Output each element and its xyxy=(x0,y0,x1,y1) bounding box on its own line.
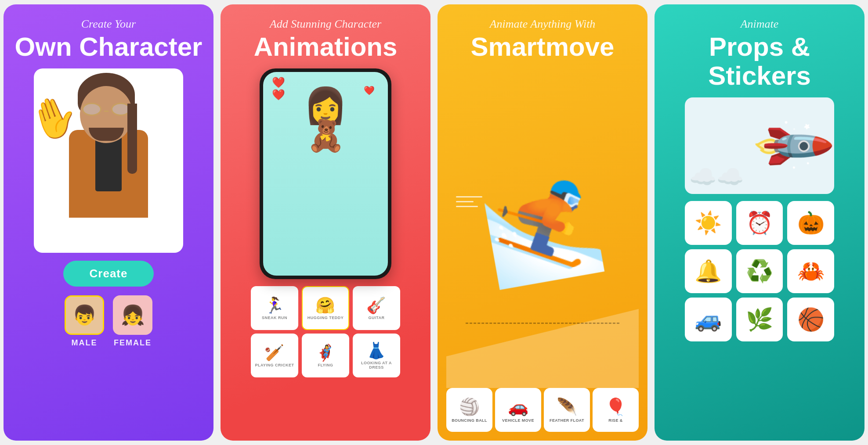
gender-selector: 👦 MALE 👧 FEMALE xyxy=(65,295,152,348)
gender-male-item[interactable]: 👦 MALE xyxy=(65,295,104,348)
sticker-icon-car: 🚙 xyxy=(694,307,722,332)
card4-subtitle: Animate xyxy=(741,18,779,31)
anim-cell-flying[interactable]: 🦸‍♀️ FLYING xyxy=(302,334,349,377)
gender-female-item[interactable]: 👧 FEMALE xyxy=(113,295,152,348)
male-label: MALE xyxy=(72,338,98,348)
card3-title: Smartmove xyxy=(471,32,615,61)
anim-cell-hugging-teddy[interactable]: 🤗 HUGGING TEDDY xyxy=(302,286,349,330)
prop-icon-feather-float: 🪶 xyxy=(557,397,577,416)
anim-cell-dress[interactable]: 👗 LOOKING AT A DRESS xyxy=(353,334,400,377)
avatar-head xyxy=(80,86,133,143)
phone-character-bear: 🧸 xyxy=(307,118,345,154)
props-grid: 🏐 BOUNCING BALL 🚗 VEHICLE MOVE 🪶 FEATHER… xyxy=(446,388,639,432)
sticker-cell-recycle[interactable]: ♻️ xyxy=(736,249,783,293)
prop-cell-rise[interactable]: 🎈 RISE & xyxy=(593,388,639,432)
prop-label-vehicle-move: VEHICLE MOVE xyxy=(502,418,534,423)
female-avatar: 👧 xyxy=(113,295,152,335)
prop-icon-vehicle-move: 🚗 xyxy=(508,397,528,416)
avatar-beard xyxy=(89,128,124,141)
rocket-icon: 🚀 xyxy=(747,100,834,191)
card2-subtitle: Add Stunning Character xyxy=(270,18,381,31)
sticker-icon-crab: 🦀 xyxy=(797,258,825,284)
card-smartmove: Animate Anything With Smartmove ⛷️ 🏐 BOU… xyxy=(438,4,647,441)
sticker-icon-pumpkin: 🎃 xyxy=(797,210,825,236)
prop-label-feather-float: FEATHER FLOAT xyxy=(550,418,584,423)
animation-grid: 🏃‍♀️ SNEAK RUN 🤗 HUGGING TEDDY 🎸 GUITAR … xyxy=(251,286,400,377)
sticker-cell-basketball[interactable]: 🏀 xyxy=(787,298,834,341)
phone-screen: ❤️❤️ ❤️ 👩 🧸 xyxy=(263,72,388,276)
create-button[interactable]: Create xyxy=(63,261,154,287)
character-display-area: ✋ xyxy=(34,68,183,253)
card4-title: Props & Stickers xyxy=(663,32,856,90)
sticker-cell-clock[interactable]: ⏰ xyxy=(736,201,783,245)
sticker-cell-bell[interactable]: 🔔 xyxy=(685,249,732,293)
card1-title: Own Character xyxy=(15,32,203,61)
prop-cell-feather-float[interactable]: 🪶 FEATHER FLOAT xyxy=(544,388,590,432)
card-props-stickers: Animate Props & Stickers ☁️☁️ 🚀 ☀️ ⏰ 🎃 🔔… xyxy=(655,4,864,441)
skier-illustration-area: ⛷️ xyxy=(446,68,639,388)
anim-icon-sneak-run: 🏃‍♀️ xyxy=(264,296,285,315)
anim-icon-cricket: 🏏 xyxy=(264,344,285,362)
anim-icon-dress: 👗 xyxy=(366,341,387,360)
glass-bridge xyxy=(104,111,108,112)
sticker-cell-sun[interactable]: ☀️ xyxy=(685,201,732,245)
anim-label-hugging-teddy: HUGGING TEDDY xyxy=(307,316,344,320)
avatar-hair-long xyxy=(127,104,137,174)
anim-label-flying: FLYING xyxy=(318,363,333,367)
sticker-icon-basketball: 🏀 xyxy=(797,307,825,332)
slope-bg xyxy=(446,309,639,388)
skier-figure: ⛷️ xyxy=(473,162,612,294)
sticker-icon-recycle: ♻️ xyxy=(746,258,773,284)
card-own-character: Create Your Own Character ✋ xyxy=(4,4,213,441)
card1-subtitle: Create Your xyxy=(81,18,136,31)
anim-icon-hugging-teddy: 🤗 xyxy=(315,296,336,315)
anim-label-cricket: PLAYING CRICKET xyxy=(255,363,294,367)
male-avatar: 👦 xyxy=(65,295,104,335)
anim-label-dress: LOOKING AT A DRESS xyxy=(354,361,398,370)
prop-cell-vehicle-move[interactable]: 🚗 VEHICLE MOVE xyxy=(495,388,541,432)
anim-cell-guitar[interactable]: 🎸 GUITAR xyxy=(353,286,400,330)
anim-cell-cricket[interactable]: 🏏 PLAYING CRICKET xyxy=(251,334,298,377)
hearts-left: ❤️❤️ xyxy=(272,76,285,101)
anim-icon-guitar: 🎸 xyxy=(366,296,387,315)
prop-icon-rise: 🎈 xyxy=(605,397,626,416)
sticker-cell-crab[interactable]: 🦀 xyxy=(787,249,834,293)
prop-label-rise: RISE & xyxy=(608,418,622,423)
anim-label-guitar: GUITAR xyxy=(369,316,385,320)
prop-cell-bouncing-ball[interactable]: 🏐 BOUNCING BALL xyxy=(446,388,492,432)
sticker-icon-sun: ☀️ xyxy=(694,210,722,236)
sticker-cell-pumpkin[interactable]: 🎃 xyxy=(787,201,834,245)
card-animations: Add Stunning Character Animations ❤️❤️ ❤… xyxy=(221,4,430,441)
card2-title: Animations xyxy=(254,32,398,61)
anim-icon-flying: 🦸‍♀️ xyxy=(315,344,336,362)
sticker-icon-bell: 🔔 xyxy=(694,258,722,284)
glass-lens-left xyxy=(82,103,101,116)
rocket-display-area: ☁️☁️ 🚀 xyxy=(685,97,834,194)
prop-label-bouncing-ball: BOUNCING BALL xyxy=(452,418,487,423)
sticker-cell-car[interactable]: 🚙 xyxy=(685,298,732,341)
avatar-figure xyxy=(60,77,157,244)
female-label: FEMALE xyxy=(114,338,152,348)
sticker-icon-clock: ⏰ xyxy=(746,210,773,236)
sticker-grid: ☀️ ⏰ 🎃 🔔 ♻️ 🦀 🚙 🌿 🏀 xyxy=(685,201,834,341)
anim-label-sneak-run: SNEAK RUN xyxy=(262,316,287,320)
sticker-cell-leaf[interactable]: 🌿 xyxy=(736,298,783,341)
phone-mockup: ❤️❤️ ❤️ 👩 🧸 xyxy=(260,68,391,279)
cloud-icon: ☁️☁️ xyxy=(689,164,744,190)
prop-icon-bouncing-ball: 🏐 xyxy=(459,397,480,416)
motion-line-3 xyxy=(456,206,478,207)
card3-subtitle: Animate Anything With xyxy=(490,18,596,31)
hearts-right: ❤️ xyxy=(364,85,375,96)
anim-cell-sneak-run[interactable]: 🏃‍♀️ SNEAK RUN xyxy=(251,286,298,330)
sticker-icon-leaf: 🌿 xyxy=(746,307,773,332)
motion-line-2 xyxy=(456,201,474,202)
avatar-glasses xyxy=(82,103,130,116)
dotted-path xyxy=(466,323,619,324)
